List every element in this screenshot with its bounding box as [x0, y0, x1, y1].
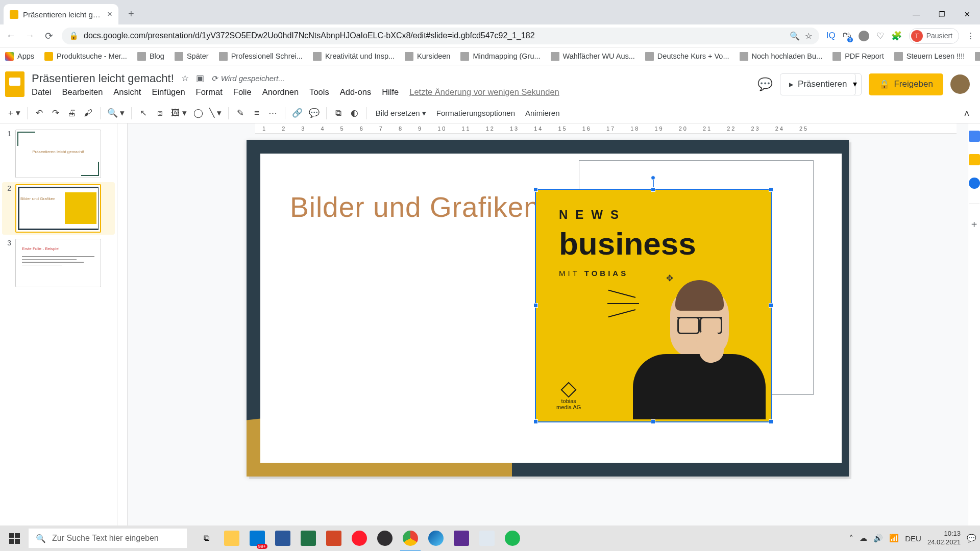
bookmark-item[interactable]: Wahlfächer WU Aus...	[551, 52, 635, 61]
menu-einfuegen[interactable]: Einfügen	[152, 87, 185, 97]
select-tool[interactable]: ↖	[136, 106, 151, 120]
bookmark-item[interactable]: Steuern Lesen !!!!	[894, 52, 965, 61]
bookmark-item[interactable]: Kreativität und Insp...	[313, 52, 395, 61]
tray-chevron-icon[interactable]: ˄	[849, 534, 853, 543]
mask-button[interactable]: ◐	[348, 106, 362, 120]
bookmark-item[interactable]: Kursideen	[405, 52, 450, 61]
extension-icon-3[interactable]	[859, 31, 869, 41]
clock[interactable]: 10:13 24.02.2021	[927, 530, 961, 547]
selected-image[interactable]: NEWS business MIT TOBIAS tobias media AG	[535, 189, 772, 422]
extension-icon-4[interactable]: ♡	[876, 31, 884, 41]
paint-format-button[interactable]: 🖌	[81, 106, 95, 120]
comments-icon[interactable]: 💬	[757, 77, 773, 91]
zoom-button[interactable]: 🔍 ▾	[105, 106, 127, 120]
format-options-button[interactable]: Formatierungsoptionen	[432, 109, 519, 117]
thumbnail-3[interactable]: 3 Erste Folie - Beispiel	[4, 239, 113, 287]
canvas-area[interactable]: 1234567891011121314151617181920212223242…	[128, 123, 968, 525]
slide-title[interactable]: Bilder und Grafiken	[290, 191, 540, 223]
start-button[interactable]	[0, 525, 29, 551]
menu-datei[interactable]: Datei	[32, 87, 52, 97]
border-color-button[interactable]: ✎	[233, 106, 248, 120]
obs-icon[interactable]	[373, 525, 397, 551]
line-tool[interactable]: ╲ ▾	[207, 106, 224, 120]
add-sidepanel-icon[interactable]: +	[971, 219, 977, 231]
bookmark-item[interactable]: Blog	[137, 52, 164, 61]
close-window-button[interactable]: ✕	[954, 4, 980, 24]
move-folder-icon[interactable]: ▣	[196, 73, 204, 84]
bookmark-item[interactable]: Noch hochladen Bu...	[740, 52, 823, 61]
minimize-button[interactable]: —	[903, 4, 929, 24]
bookmark-item[interactable]: Professionell Schrei...	[219, 52, 303, 61]
shape-tool[interactable]: ◯	[191, 106, 205, 120]
comment-button[interactable]: 💬	[307, 106, 322, 120]
animate-button[interactable]: Animieren	[521, 109, 564, 117]
url-input[interactable]: 🔒 docs.google.com/presentation/d/1yV372S…	[62, 28, 819, 44]
volume-icon[interactable]: 🔊	[873, 534, 883, 543]
textbox-tool[interactable]: ⧈	[153, 106, 167, 120]
back-button[interactable]: ←	[5, 30, 17, 42]
reload-button[interactable]: ⟳	[43, 30, 55, 42]
current-slide[interactable]: Bilder und Grafiken NEWS business MI	[247, 140, 849, 477]
replace-image-button[interactable]: Bild ersetzen ▾	[372, 109, 430, 118]
language-indicator[interactable]: DEU	[905, 534, 921, 543]
menu-format[interactable]: Format	[196, 87, 223, 97]
onedrive-icon[interactable]: ☁	[860, 534, 867, 543]
close-tab-icon[interactable]: ×	[107, 9, 112, 19]
menu-bearbeiten[interactable]: Bearbeiten	[62, 87, 103, 97]
present-dropdown[interactable]: ▾	[849, 73, 862, 95]
zoom-icon[interactable]: 🔍	[790, 31, 800, 41]
slides-logo[interactable]	[5, 71, 24, 97]
menu-ansicht[interactable]: Ansicht	[113, 87, 141, 97]
bookmark-item[interactable]: Später	[175, 52, 209, 61]
undo-button[interactable]: ↶	[32, 106, 46, 120]
excel-icon[interactable]	[296, 525, 321, 551]
tasks-icon[interactable]	[969, 178, 980, 189]
menu-tools[interactable]: Tools	[309, 87, 329, 97]
bookmark-item[interactable]: Produktsuche - Mer...	[44, 52, 127, 61]
wifi-icon[interactable]: 📶	[889, 534, 899, 543]
spotify-icon[interactable]	[500, 525, 525, 551]
file-explorer-icon[interactable]	[219, 525, 244, 551]
opera-icon[interactable]	[347, 525, 372, 551]
calendar-icon[interactable]	[969, 131, 980, 142]
edge-icon[interactable]	[424, 525, 448, 551]
collapse-toolbar-icon[interactable]: ʌ	[960, 106, 974, 120]
powerpoint-icon[interactable]	[322, 525, 346, 551]
menu-addons[interactable]: Add-ons	[340, 87, 371, 97]
bookmark-item[interactable]: PDF Report	[832, 52, 884, 61]
notepad-icon[interactable]	[475, 525, 499, 551]
profile-chip[interactable]: T Pausiert	[909, 28, 959, 44]
border-dash-button[interactable]: ⋯	[266, 106, 280, 120]
document-title[interactable]: Präsentieren leicht gemacht!	[32, 72, 174, 85]
task-view-icon[interactable]: ⧉	[194, 525, 218, 551]
windows-search[interactable]: 🔍 Zur Suche Text hier eingeben	[29, 529, 187, 548]
redo-button[interactable]: ↷	[48, 106, 63, 120]
star-icon[interactable]: ☆	[805, 31, 812, 41]
bookmark-item[interactable]: Deutsche Kurs + Vo...	[645, 52, 729, 61]
menu-anordnen[interactable]: Anordnen	[262, 87, 299, 97]
present-button[interactable]: ▸ Präsentieren	[780, 73, 856, 95]
print-button[interactable]: 🖨	[65, 106, 79, 120]
bookmark-item[interactable]: Mindmapping (Gru...	[460, 52, 540, 61]
maximize-button[interactable]: ❐	[929, 4, 954, 24]
menu-hilfe[interactable]: Hilfe	[382, 87, 399, 97]
browser-tab[interactable]: Präsentieren leicht gemacht! - G ×	[4, 4, 118, 24]
user-avatar[interactable]	[950, 74, 970, 94]
crop-button[interactable]: ⧉	[331, 106, 346, 120]
keep-icon[interactable]	[969, 154, 980, 165]
share-button[interactable]: 🔒 Freigeben	[869, 73, 943, 95]
thumbnail-1[interactable]: 1 Präsentieren leicht gemacht!	[4, 130, 113, 178]
menu-folie[interactable]: Folie	[233, 87, 252, 97]
chrome-icon[interactable]	[398, 525, 423, 551]
app-icon[interactable]	[449, 525, 474, 551]
link-button[interactable]: 🔗	[290, 106, 305, 120]
forward-button[interactable]: →	[24, 30, 36, 42]
extension-icon-2[interactable]: 🛍0	[843, 31, 851, 41]
image-tool[interactable]: 🖼 ▾	[169, 106, 189, 120]
border-weight-button[interactable]: ≡	[250, 106, 264, 120]
word-icon[interactable]	[271, 525, 295, 551]
rotate-handle[interactable]	[651, 176, 655, 180]
apps-bookmark[interactable]: Apps	[5, 52, 34, 61]
thumbnail-2[interactable]: 2 Bilder und Grafiken	[2, 182, 115, 235]
notifications-icon[interactable]: 💬	[967, 534, 976, 543]
